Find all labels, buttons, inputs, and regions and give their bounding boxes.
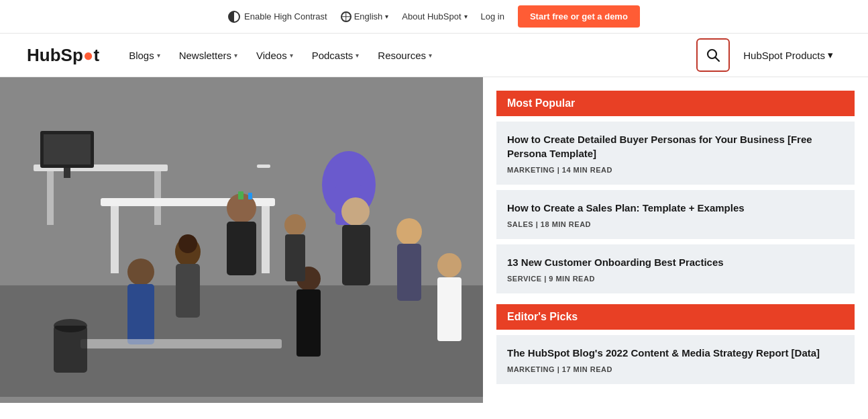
office-illustration <box>0 77 483 397</box>
svg-point-35 <box>54 319 87 332</box>
newsletters-chevron-icon: ▾ <box>234 52 237 59</box>
about-chevron-icon: ▾ <box>464 13 468 20</box>
svg-point-18 <box>127 259 154 285</box>
svg-rect-10 <box>64 168 70 178</box>
most-popular-header: Most Popular <box>496 91 855 116</box>
start-free-button[interactable]: Start free or get a demo <box>518 5 640 28</box>
svg-line-1 <box>716 58 720 62</box>
svg-rect-19 <box>127 284 154 344</box>
article-meta-3: SERVICE | 9 MIN READ <box>507 275 844 283</box>
podcasts-chevron-icon: ▾ <box>356 52 359 59</box>
svg-rect-13 <box>262 206 270 273</box>
nav-blogs[interactable]: Blogs ▾ <box>121 44 168 66</box>
nav-podcasts[interactable]: Podcasts ▾ <box>304 44 368 66</box>
search-button[interactable] <box>696 38 730 72</box>
search-icon <box>706 48 720 62</box>
svg-point-29 <box>437 253 462 277</box>
svg-rect-9 <box>44 134 91 165</box>
editors-picks-label: Editor's Picks <box>507 311 578 322</box>
language-button[interactable]: English ▾ <box>341 11 389 22</box>
start-free-label: Start free or get a demo <box>530 11 628 21</box>
article-meta-1: MARKETING | 14 MIN READ <box>507 166 844 174</box>
svg-point-21 <box>178 234 197 253</box>
article-card-3[interactable]: 13 New Customer Onboarding Best Practice… <box>496 244 855 293</box>
svg-point-23 <box>341 197 370 226</box>
svg-rect-17 <box>227 222 256 275</box>
article-title-4: The HubSpot Blog's 2022 Content & Media … <box>507 346 844 360</box>
svg-rect-28 <box>296 289 321 357</box>
svg-rect-36 <box>238 191 243 199</box>
article-card-1[interactable]: How to Create Detailed Buyer Personas fo… <box>496 122 855 185</box>
article-meta-2: SALES | 18 MIN READ <box>507 220 844 228</box>
nav-hubspot-products[interactable]: HubSpot Products ▾ <box>735 44 841 66</box>
sidebar: Most Popular How to Create Detailed Buye… <box>483 77 868 403</box>
svg-rect-12 <box>111 206 119 273</box>
nav-videos[interactable]: Videos ▾ <box>248 44 301 66</box>
svg-rect-38 <box>257 165 270 168</box>
svg-rect-26 <box>397 244 421 301</box>
high-contrast-button[interactable]: Enable High Contrast <box>228 11 327 23</box>
blogs-chevron-icon: ▾ <box>157 52 160 59</box>
hubspot-products-chevron-icon: ▾ <box>828 49 833 61</box>
svg-point-25 <box>396 218 422 245</box>
logo[interactable]: HubSp●t <box>27 45 99 66</box>
svg-point-31 <box>284 214 306 236</box>
logo-suffix: t <box>93 45 99 66</box>
most-popular-label: Most Popular <box>507 97 575 109</box>
logo-text: HubSp <box>27 45 83 66</box>
svg-rect-32 <box>285 234 305 281</box>
article-title-2: How to Create a Sales Plan: Template + E… <box>507 201 844 215</box>
svg-rect-33 <box>80 339 282 348</box>
login-button[interactable]: Log in <box>481 11 504 21</box>
article-title-1: How to Create Detailed Buyer Personas fo… <box>507 132 844 160</box>
videos-chevron-icon: ▾ <box>290 52 293 59</box>
language-label: English <box>354 11 383 21</box>
nav-newsletters[interactable]: Newsletters ▾ <box>171 44 246 66</box>
language-chevron-icon: ▾ <box>385 13 388 20</box>
nav-resources[interactable]: Resources ▾ <box>370 44 440 66</box>
main-image <box>0 77 483 403</box>
article-title-3: 13 New Customer Onboarding Best Practice… <box>507 255 844 269</box>
editors-picks-header: Editor's Picks <box>496 304 855 330</box>
svg-rect-37 <box>248 193 252 199</box>
article-card-4[interactable]: The HubSpot Blog's 2022 Content & Media … <box>496 335 855 384</box>
login-label: Log in <box>481 11 504 21</box>
svg-rect-30 <box>437 277 462 341</box>
logo-dot: ● <box>83 45 94 66</box>
content-area: Most Popular How to Create Detailed Buye… <box>0 77 868 403</box>
svg-rect-34 <box>54 326 87 373</box>
article-meta-4: MARKETING | 17 MIN READ <box>507 365 844 373</box>
svg-rect-6 <box>47 171 54 225</box>
svg-rect-22 <box>176 264 200 318</box>
main-navigation: HubSp●t Blogs ▾ Newsletters ▾ Videos ▾ P… <box>0 34 868 77</box>
about-hubspot-button[interactable]: About HubSpot ▾ <box>402 11 467 21</box>
globe-icon <box>341 11 351 22</box>
top-bar: Enable High Contrast English ▾ About Hub… <box>0 0 868 34</box>
resources-chevron-icon: ▾ <box>429 52 432 59</box>
article-card-2[interactable]: How to Create a Sales Plan: Template + E… <box>496 190 855 239</box>
office-scene-image <box>0 77 483 397</box>
about-label: About HubSpot <box>402 11 461 21</box>
high-contrast-label: Enable High Contrast <box>244 11 327 21</box>
svg-rect-24 <box>342 225 370 285</box>
contrast-icon <box>228 11 240 23</box>
nav-items: Blogs ▾ Newsletters ▾ Videos ▾ Podcasts … <box>121 44 691 66</box>
